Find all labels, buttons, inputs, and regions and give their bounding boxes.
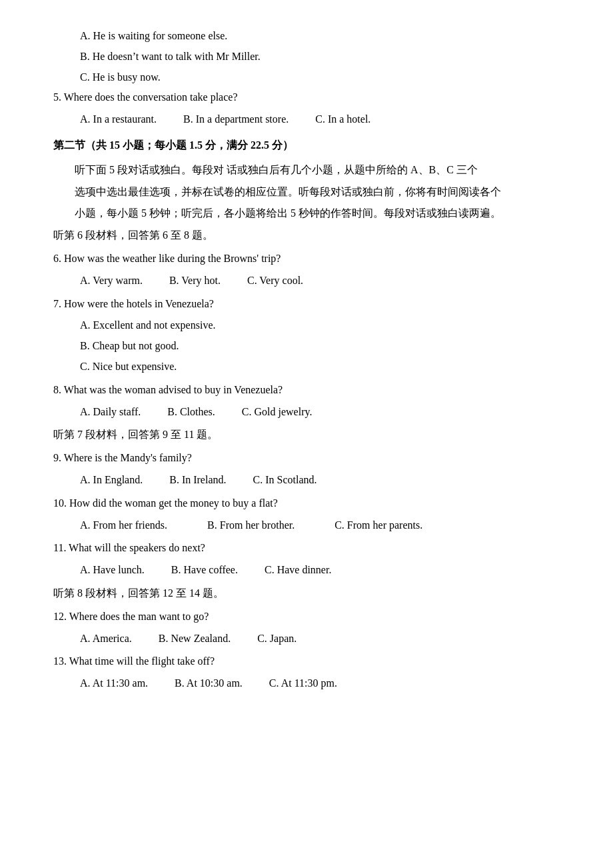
question-7-text: 7. How were the hotels in Venezuela? bbox=[53, 295, 560, 314]
option-c: C. Gold jewelry. bbox=[242, 403, 312, 422]
question-8-options: A. Daily staff. B. Clothes. C. Gold jewe… bbox=[80, 403, 560, 422]
question-9: 9. Where is the Mandy's family? A. In En… bbox=[53, 449, 560, 490]
option-a: A. America. bbox=[80, 629, 132, 649]
question-9-text: 9. Where is the Mandy's family? bbox=[53, 449, 560, 468]
section-note-9-11: 听第 7 段材料，回答第 9 至 11 题。 bbox=[53, 425, 560, 445]
instruction-3: 小题，每小题 5 秒钟；听完后，各小题将给出 5 秒钟的作答时间。每段对话或独白… bbox=[53, 204, 560, 223]
question-13-text: 13. What time will the flight take off? bbox=[53, 652, 560, 671]
question-9-options: A. In England. B. In Ireland. C. In Scot… bbox=[80, 471, 560, 490]
instruction-1: 听下面 5 段对话或独白。每段对 话或独白后有几个小题，从题中所给的 A、B、C… bbox=[53, 161, 560, 180]
option-c: C. In Scotland. bbox=[253, 471, 317, 490]
question-5-text: 5. Where does the conversation take plac… bbox=[53, 88, 560, 107]
option-a: A. At 11:30 am. bbox=[80, 674, 148, 693]
option-c-busy: C. He is busy now. bbox=[80, 68, 560, 87]
instruction-2: 选项中选出最佳选项，并标在试卷的相应位置。听每段对话或独白前，你将有时间阅读各个 bbox=[53, 183, 560, 202]
option-b: B. In Ireland. bbox=[169, 471, 226, 490]
option-a-excellent: A. Excellent and not expensive. bbox=[80, 316, 560, 335]
question-6: 6. How was the weather like during the B… bbox=[53, 249, 560, 291]
option-c: C. In a hotel. bbox=[315, 110, 370, 129]
section-note-6-8: 听第 6 段材料，回答第 6 至 8 题。 bbox=[53, 226, 560, 245]
option-b: B. At 10:30 am. bbox=[175, 674, 243, 693]
question-11: 11. What will the speakers do next? A. H… bbox=[53, 539, 560, 580]
page-content: A. He is waiting for someone else. B. He… bbox=[53, 27, 560, 693]
option-b: B. Have coffee. bbox=[171, 561, 238, 580]
option-b: B. In a department store. bbox=[183, 110, 289, 129]
question-12: 12. Where does the man want to go? A. Am… bbox=[53, 607, 560, 649]
option-a: A. Have lunch. bbox=[80, 561, 145, 580]
section-2-header: 第二节（共 15 小题；每小题 1.5 分，满分 22.5 分） bbox=[53, 136, 560, 155]
section-note-12-14: 听第 8 段材料，回答第 12 至 14 题。 bbox=[53, 584, 560, 603]
question-12-options: A. America. B. New Zealand. C. Japan. bbox=[80, 629, 560, 649]
question-13: 13. What time will the flight take off? … bbox=[53, 652, 560, 693]
option-c-nice: C. Nice but expensive. bbox=[80, 357, 560, 377]
question-11-text: 11. What will the speakers do next? bbox=[53, 539, 560, 558]
question-10: 10. How did the woman get the money to b… bbox=[53, 494, 560, 535]
question-6-text: 6. How was the weather like during the B… bbox=[53, 249, 560, 269]
question-5-options: A. In a restaurant. B. In a department s… bbox=[80, 110, 560, 129]
question-7: 7. How were the hotels in Venezuela? A. … bbox=[53, 295, 560, 377]
question-8-text: 8. What was the woman advised to buy in … bbox=[53, 381, 560, 400]
option-b-cheap: B. Cheap but not good. bbox=[80, 337, 560, 356]
question-10-text: 10. How did the woman get the money to b… bbox=[53, 494, 560, 513]
question-13-options: A. At 11:30 am. B. At 10:30 am. C. At 11… bbox=[80, 674, 560, 693]
question-10-options: A. From her friends. B. From her brother… bbox=[80, 516, 560, 535]
question-6-options: A. Very warm. B. Very hot. C. Very cool. bbox=[80, 271, 560, 291]
option-b: B. Very hot. bbox=[169, 271, 221, 291]
option-a: A. In a restaurant. bbox=[80, 110, 157, 129]
option-b: B. New Zealand. bbox=[159, 629, 231, 649]
question-12-text: 12. Where does the man want to go? bbox=[53, 607, 560, 627]
option-b-miller: B. He doesn’t want to talk with Mr Mille… bbox=[80, 47, 560, 67]
question-11-options: A. Have lunch. B. Have coffee. C. Have d… bbox=[80, 561, 560, 580]
option-a: A. In England. bbox=[80, 471, 143, 490]
option-a: A. Daily staff. bbox=[80, 403, 141, 422]
option-c: C. Have dinner. bbox=[265, 561, 331, 580]
option-c: C. At 11:30 pm. bbox=[269, 674, 337, 693]
option-b: B. Clothes. bbox=[167, 403, 215, 422]
option-c: C. Japan. bbox=[257, 629, 297, 649]
option-b: B. From her brother. bbox=[207, 516, 295, 535]
option-a: A. From her friends. bbox=[80, 516, 167, 535]
option-c: C. From her parents. bbox=[334, 516, 422, 535]
option-c: C. Very cool. bbox=[247, 271, 303, 291]
option-a: A. Very warm. bbox=[80, 271, 143, 291]
option-a-waiting: A. He is waiting for someone else. bbox=[80, 27, 560, 46]
question-5: 5. Where does the conversation take plac… bbox=[53, 88, 560, 129]
question-8: 8. What was the woman advised to buy in … bbox=[53, 381, 560, 422]
